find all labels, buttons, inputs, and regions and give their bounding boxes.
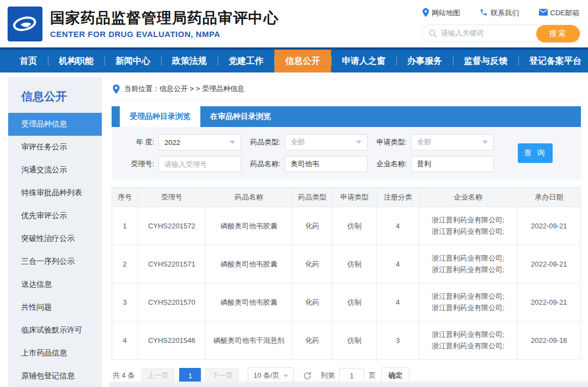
map-pin-icon [422,8,429,19]
sidebar-item-marketed-drugs[interactable]: 上市药品信息 [8,342,102,365]
phone-icon [480,8,488,18]
cell-drug-type: 化药 [292,322,332,360]
sidebar-item-communication[interactable]: 沟通交流公示 [8,159,102,182]
cell-date: 2022-09-21 [517,207,580,245]
sidebar-item-priority-review[interactable]: 优先审评公示 [8,204,102,227]
nav-item-info-disclosure[interactable]: 信息公开 [274,50,331,72]
sidebar-item-breakthrough-therapy[interactable]: 突破性治疗公示 [8,227,102,250]
main-area: 信息公开 受理品种信息 审评任务公示 沟通交流公示 特殊审批品种列表 优先审评公… [0,72,588,387]
cell-drug-type: 化药 [292,283,332,322]
nav-item-services[interactable]: 办事服务 [396,50,453,72]
filter-apply-type-label: 申请类型: [373,137,407,147]
sidebar-item-clinical-trial-implied-license[interactable]: 临床试验默示许可 [8,319,102,342]
top-links: 网站地图 联系我们 CDE邮箱 [421,8,580,19]
sidebar-item-delivery-info[interactable]: 送达信息 [8,273,102,296]
company-field [411,156,494,172]
company-input[interactable] [417,160,488,168]
site-search: 搜索 [421,25,580,42]
drug-type-select[interactable]: 全部 [285,134,367,150]
filter-accept-no: 受理号: [120,156,241,172]
prev-page-button[interactable]: 上一页 [141,368,175,383]
table-row: 3 CYHS2201570 磷酸奥司他韦胶囊 化药 仿制 4 浙江普利药业有限公… [112,283,581,322]
nav-item-news[interactable]: 新闻中心 [105,50,161,72]
chevron-down-icon [230,141,235,144]
main-nav: 首页 机构职能 新闻中心 政策法规 党建工作 信息公开 申请人之窗 办事服务 监… [0,47,588,72]
cell-reg-class: 4 [377,283,419,322]
cde-logo-swirl-icon [11,9,39,39]
sidebar-item-accepted-varieties[interactable]: 受理品种信息 [8,113,102,136]
year-select[interactable]: 2022 [158,134,241,150]
contact-link[interactable]: 联系我们 [480,8,519,18]
nav-item-applicant-window[interactable]: 申请人之窗 [331,50,396,72]
cell-index: 1 [112,207,138,245]
table-header-row: 序号 受理号 药品名称 药品类型 申请类型 注册分类 企业名称 承办日期 [112,188,581,207]
goto-suffix-label: 页 [369,371,376,380]
col-header-drug-name: 药品名称 [206,188,292,207]
col-header-date: 承办日期 [517,188,580,207]
refresh-icon[interactable] [303,371,312,380]
cell-reg-class: 4 [377,245,419,283]
filter-company-label: 企业名称: [373,159,407,169]
cell-drug-type: 化药 [292,245,332,283]
col-header-apply-type: 申请类型 [332,188,377,207]
site-title: 国家药品监督管理局药品审评中心 [50,10,279,27]
sidebar-item-excipient-registration[interactable]: 原辅包登记信息 [8,365,102,387]
cell-accept-no: CYHS2201571 [138,245,206,283]
tab-bar: 受理品种目录浏览 在审品种目录浏览 [112,106,581,127]
mail-link[interactable]: CDE邮箱 [539,8,579,18]
drug-name-input[interactable] [291,160,362,168]
accept-no-input[interactable] [164,160,235,168]
nav-item-party[interactable]: 党建工作 [218,50,274,72]
filter-year: 年 度: 2022 [120,134,241,150]
cell-drug-name: 磷酸奥司他韦胶囊 [206,283,292,322]
cell-company: 浙江普利药业有限公司;浙江普利药业有限公司; [419,283,517,322]
filter-company: 企业名称: [373,156,494,172]
filter-drug-name: 药品名称: [247,156,367,172]
nav-item-functions[interactable]: 机构职能 [48,50,105,72]
sitemap-link[interactable]: 网站地图 [422,8,460,19]
cell-date: 2022-09-21 [517,283,580,322]
nav-item-home[interactable]: 首页 [9,50,48,72]
nav-item-registration-platform[interactable]: 登记备案平台 [518,50,588,72]
col-header-company: 企业名称 [419,188,517,207]
breadcrumb: 当前位置：信息公开 > > 受理品种信息 [112,77,581,101]
filter-apply-type: 申请类型: 全部 [373,134,494,150]
site-titles: 国家药品监督管理局药品审评中心 CENTER FOR DRUG EVALUATI… [50,9,279,38]
site-subtitle: CENTER FOR DRUG EVALUATION, NMPA [50,29,279,39]
cell-reg-class: 4 [377,207,419,245]
year-select-value: 2022 [164,138,230,147]
filter-accept-no-label: 受理号: [120,159,154,169]
header-right: 网站地图 联系我们 CDE邮箱 搜索 [421,6,580,42]
sidebar-item-common-issues[interactable]: 共性问题 [8,296,102,319]
nav-item-supervision[interactable]: 监督与反馈 [453,50,518,72]
cde-logo[interactable] [8,7,42,41]
nav-item-policies[interactable]: 政策法规 [161,50,218,72]
chevron-down-icon [283,374,289,377]
sitemap-link-label: 网站地图 [432,8,460,18]
sidebar-item-special-approval[interactable]: 特殊审批品种列表 [8,182,102,204]
site-header: 国家药品监督管理局药品审评中心 CENTER FOR DRUG EVALUATI… [0,0,588,47]
cell-index: 4 [112,322,138,360]
footer-strip [109,382,588,387]
cell-drug-name: 磷酸奥司他韦胶囊 [206,207,292,245]
breadcrumb-text: 当前位置：信息公开 > > 受理品种信息 [124,84,244,94]
apply-type-select[interactable]: 全部 [411,134,494,150]
tab-accepted-catalog[interactable]: 受理品种目录浏览 [120,106,200,127]
mail-icon [539,9,548,17]
filter-drug-type: 药品类型: 全部 [247,134,367,150]
cell-drug-type: 化药 [292,207,332,245]
drug-name-field [285,156,367,172]
sidebar-item-review-tasks[interactable]: 审评任务公示 [8,136,102,159]
filter-drug-name-label: 药品名称: [247,159,280,169]
cell-company: 浙江普利药业有限公司;浙江普利药业有限公司; [419,322,517,360]
sidebar-item-three-in-one[interactable]: 三合一序列公示 [8,250,102,273]
drug-type-select-value: 全部 [291,137,356,147]
search-button[interactable]: 搜索 [536,25,580,43]
tab-under-review-catalog[interactable]: 在审品种目录浏览 [200,106,281,127]
total-count: 共 4 条 [113,371,134,380]
goto-page-input[interactable] [339,368,364,383]
cell-reg-class: 3 [377,322,419,360]
next-page-button[interactable]: 下一页 [205,368,239,383]
query-button[interactable]: 查 询 [518,143,553,163]
page-number-button[interactable]: 1 [179,368,201,383]
